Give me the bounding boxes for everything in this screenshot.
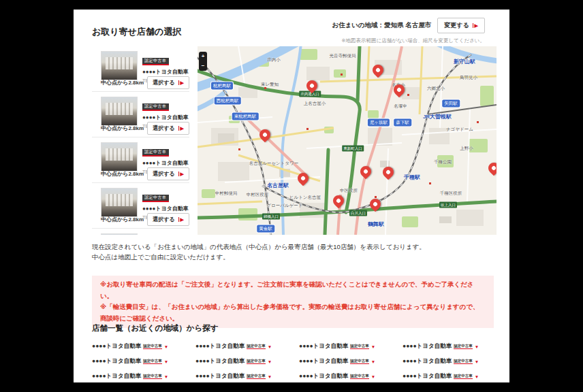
map-label: 錦橋入口 [262,214,280,220]
certified-used-car-badge: 認定中古車 [350,359,369,365]
map-label: 黄金駅 [257,225,274,233]
zoom-in-icon[interactable]: + [202,54,205,59]
notice-line1: ※お取り寄せ車両の配送は「ご注文後」となります。ご注文前に実車を確認いただくこと… [100,279,486,301]
map-label: 千種駅 [404,174,420,181]
map-label: ナゴヤドーム [446,127,473,133]
map-pin[interactable] [331,193,347,209]
map-pin[interactable] [486,161,497,176]
certified-used-car-badge: 認定中古車 [143,374,162,380]
arrow-down-icon: ▼ [475,374,479,379]
store-link[interactable]: ●●●●トヨタ自動車認定中古車▼ [92,357,195,365]
select-store-button[interactable]: 選択する ▶ [147,76,189,89]
map-label: 森下駅 [394,119,411,127]
map-description: 現在設定されている「お住まいの地域」の代表地点（中心点）から最寄店舗（最大10店… [92,242,426,262]
store-name: ●●●●トヨタ自動車 [142,114,189,121]
store-name: ●●●●トヨタ自動車 [142,159,189,167]
map-label: 上野小 [460,146,473,152]
map-label: 西枇杷島駅 [215,97,241,105]
description-line2: 中心点は地図上でご自由に設定いただけます。 [92,252,426,263]
map-label: グローバルゲート [267,203,303,209]
certified-used-car-badge: 認定中古車 [247,344,266,350]
arrow-right-icon: ▶ [178,80,184,85]
store-link-grid: ●●●●トヨタ自動車認定中古車▼ ●●●●トヨタ自動車認定中古車▼ ●●●●トヨ… [92,339,506,384]
map-label: 庄内小 [267,57,281,63]
store-list-item: 認定中古車 ●●●●トヨタ自動車 TEL:052-xxx-xxx 中心点から2.… [92,46,189,91]
notice-box: ※お取り寄せ車両の配送は「ご注文後」となります。ご注文前に実車を確認いただくこと… [92,276,494,328]
arrow-down-icon: ▼ [164,374,168,379]
map-label: 千種区役所 [440,191,462,197]
region-label: お住まいの地域：愛知県 名古屋市 [332,21,431,30]
store-link[interactable]: ●●●●トヨタ自動車認定中古車▼ [299,342,403,350]
distance-from-center: 中心点から2.8km [101,79,144,86]
select-store-button[interactable]: 選択する ▶ [147,122,189,135]
map-overlay-layer: 枇杷島駅西枇杷島駅東枇杷島駅黄金駅矢田駅尼ヶ坂駅森下駅名古屋駅JR大曽根駅新守山… [198,46,497,235]
distance-from-center: 中心点から2.8km [101,216,144,223]
store-link[interactable]: ●●●●トヨタ自動車認定中古車▼ [403,372,506,380]
arrow-down-icon: ▼ [371,374,375,379]
map-label: 新守山駅 [454,58,475,65]
arrow-down-icon: ▼ [371,344,375,349]
store-link[interactable]: ●●●●トヨタ自動車認定中古車▼ [195,342,299,350]
certified-used-car-badge: 認定中古車 [454,344,473,350]
map-label: 中区役所 [340,188,358,194]
certified-used-car-badge: 認定中古車 [142,58,169,65]
map-zoom-control[interactable]: + − [199,52,207,71]
certified-used-car-badge: 認定中古車 [142,195,169,202]
certified-used-car-badge: 認定中古車 [350,374,369,380]
store-link[interactable]: ●●●●トヨタ自動車認定中古車▼ [299,372,403,380]
store-photo [101,233,138,235]
map-label: 名古屋ルーセントタワー [249,161,298,167]
store-link[interactable]: ●●●●トヨタ自動車認定中古車▼ [92,372,195,380]
zoom-out-icon[interactable]: − [202,63,205,69]
store-link[interactable]: ●●●●トヨタ自動車認定中古車▼ [299,357,403,365]
select-store-button[interactable]: 選択する ▶ [147,213,189,226]
map-label: 鶴舞駅 [368,220,384,228]
region-header: お住まいの地域：愛知県 名古屋市 変更する ▶ ※地図表示範囲に店舗がない場合、… [332,18,485,44]
map-label: 上名古屋小 [304,101,326,107]
map-label: 東新町入口 [342,146,364,152]
certified-used-car-badge: 認定中古車 [454,374,473,380]
map-label: 名塚中 [394,103,407,110]
store-link[interactable]: ●●●●トヨタ自動車認定中古車▼ [92,342,195,350]
map-pin[interactable] [358,164,374,180]
map-label: 鳥羽見小 [460,75,477,81]
store-link[interactable]: ●●●●トヨタ自動車認定中古車▼ [403,357,506,365]
store-list-heading: 店舗一覧（お近くの地域）から探す [92,323,219,333]
page-title: お取り寄せ店舗の選択 [92,26,181,38]
map-pin[interactable] [371,63,386,78]
arrow-down-icon: ▼ [268,359,272,364]
store-list-item: 認定中古車 ●●●●トヨタ自動車 TEL:052-xxx-xxx 中心点から2.… [92,182,189,228]
store-link[interactable]: ●●●●トヨタ自動車認定中古車▼ [195,357,299,365]
arrow-down-icon: ▼ [371,359,375,364]
distance-from-center: 中心点から2.8km [101,170,144,178]
arrow-right-icon: ▶ [178,217,184,222]
arrow-down-icon: ▼ [475,359,479,364]
map-label: ヒルトン名古屋 [289,195,321,201]
certified-used-car-badge: 認定中古車 [142,103,169,111]
map-label: 六郷北小 [427,86,445,92]
store-name: ●●●●トヨタ自動車 [142,205,189,212]
store-link[interactable]: ●●●●トヨタ自動車認定中古車▼ [403,342,506,350]
map-label: 矢田駅 [442,100,460,108]
map-label: 吹上入口 [439,202,457,208]
select-store-button[interactable]: 選択する ▶ [147,167,189,180]
store-link[interactable]: ●●●●トヨタ自動車認定中古車▼ [195,372,299,380]
store-map[interactable]: 枇杷島駅西枇杷島駅東枇杷島駅黄金駅矢田駅尼ヶ坂駅森下駅名古屋駅JR大曽根駅新守山… [198,46,497,235]
map-pin[interactable] [368,197,383,212]
map-label: 中村郵便局 [215,191,238,197]
map-label: 光音寺郵便局 [330,53,356,59]
map-pin[interactable] [381,165,396,180]
certified-used-car-badge: 認定中古車 [143,359,162,365]
change-region-button[interactable]: 変更する ▶ [437,18,485,33]
map-label: 白川入口 [349,210,367,216]
arrow-right-icon: ▶ [178,126,184,131]
certified-used-car-badge: 認定中古車 [350,344,369,350]
nearby-store-list: 認定中古車 ●●●●トヨタ自動車 TEL:052-xxx-xxx 中心点から2.… [92,46,189,235]
map-label: 枇杷島駅 [211,82,233,90]
map-pin[interactable] [257,127,273,143]
map-pin[interactable] [296,171,311,186]
store-list-item: 認定中古車 ●●●●トヨタ自動車 TEL:052-xxx-xxx 中心点から2.… [92,137,189,182]
region-note: ※地図表示範囲に店舗がない場合、縮尺を変更してください。 [332,37,485,44]
map-label: 東枇杷島駅 [232,113,259,120]
arrow-down-icon: ▼ [164,344,168,349]
